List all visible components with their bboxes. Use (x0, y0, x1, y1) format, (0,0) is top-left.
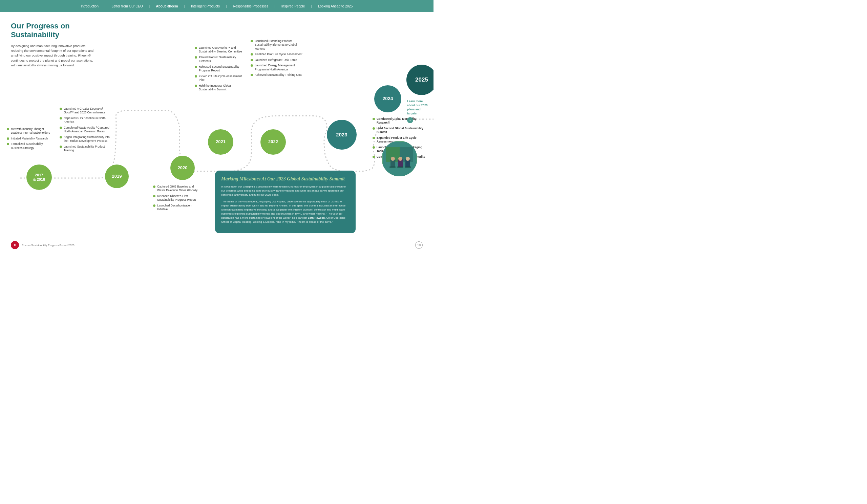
milestone-box: Marking Milestones At Our 2023 Global Su… (215, 171, 356, 233)
bullet-dot (60, 145, 62, 148)
bullet-text: Finalized Pilot Life Cycle Assessment (255, 53, 302, 56)
list-item: Finalized Pilot Life Cycle Assessment (250, 53, 303, 56)
year-2024: 2024 (374, 85, 401, 112)
list-item: Held Second Global Sustainability Summit (373, 127, 426, 134)
arrow-icon[interactable]: → (407, 117, 413, 123)
bullet-text: Launched Decarbonization Initiative (157, 204, 202, 211)
list-item: Captured GHG Baseline and Waste Diversio… (153, 185, 202, 193)
bullet-dot (250, 53, 253, 55)
bullet-dot (373, 127, 375, 130)
bullet-dot (153, 195, 156, 197)
footer-report-name: Rheem Sustainability Progress Report 202… (22, 244, 75, 247)
year-2022: 2022 (260, 129, 286, 155)
bullet-dot (60, 108, 62, 110)
nav-item-people[interactable]: Inspired People (281, 4, 305, 8)
svg-rect-13 (397, 166, 403, 167)
year-2019: 2019 (105, 164, 129, 188)
bullet-text: Continued Extending Product Sustainabili… (255, 39, 303, 51)
list-item: Launched Sustainability Product Training (60, 145, 112, 153)
bullets-2017: Met with Industry Thought Leaders/ Inter… (7, 127, 51, 152)
bullet-dot (250, 59, 253, 61)
nav-item-ahead[interactable]: Looking Ahead to 2025 (318, 4, 353, 8)
svg-rect-12 (389, 166, 396, 167)
bullet-dot (60, 117, 62, 120)
list-item: Released Second Sustainability Progress … (195, 65, 246, 73)
list-item: Piloted Product Sustainability Elements (195, 55, 246, 63)
list-item: Launched A Greater Degree of Good™ and 2… (60, 107, 112, 115)
bullet-dot (60, 136, 62, 139)
bullet-dot (250, 64, 253, 67)
bullet-text: Held the Inaugural Global Sustainability… (199, 84, 246, 92)
nav-item-introduction[interactable]: Introduction (81, 4, 98, 8)
year-2021: 2021 (208, 129, 233, 155)
bullet-text: Completed Waste Audits / Captured North … (64, 126, 112, 134)
list-item: Completed Waste Audits / Captured North … (60, 126, 112, 134)
list-item: Launched Decarbonization Initiative (153, 204, 202, 211)
list-item: Launched Refrigerant Task Force (250, 58, 303, 62)
list-item: Kicked Off Life Cycle Assessment Pilot (195, 75, 246, 82)
year-2017: 2017& 2018 (26, 164, 52, 190)
bullet-dot (60, 127, 62, 129)
bullet-text: Released Rheem's First Sustainability Pr… (157, 194, 202, 202)
svg-point-8 (398, 157, 402, 161)
bullet-text: Met with Industry Thought Leaders/ Inter… (11, 127, 51, 135)
learn-more-2025: Learn more about our 2025 plans and targ… (407, 99, 431, 123)
footer: R Rheem Sustainability Progress Report 2… (11, 241, 422, 249)
bullet-text: Launched Sustainability Product Training (64, 145, 112, 153)
bullet-dot (195, 56, 197, 58)
bullets-2022: Continued Extending Product Sustainabili… (250, 39, 303, 79)
bullets-2019: Launched A Greater Degree of Good™ and 2… (60, 107, 112, 154)
bullets-2020: Captured GHG Baseline and Waste Diversio… (153, 185, 202, 213)
nav-item-processes[interactable]: Responsible Processes (233, 4, 269, 8)
bullet-text: Initiated Materiality Research (11, 137, 48, 141)
nav-item-about[interactable]: About Rheem (156, 4, 178, 8)
list-item: Captured GHG Baseline in North America (60, 117, 112, 124)
bullet-dot (195, 85, 197, 87)
bullet-dot (7, 128, 9, 130)
bullet-dot (373, 118, 375, 120)
bullet-text: Achieved Sustainability Training Goal (255, 73, 302, 77)
list-item: Launched Energy Management Program in No… (250, 64, 303, 72)
bullet-text: Launched GoodWorks™ and Sustainability S… (199, 46, 246, 54)
bullet-text: Began Integrating Sustainability into th… (64, 135, 112, 143)
list-item: Formalized Sustainability Business Strat… (7, 142, 51, 150)
top-navigation: Introduction | Letter from Our CEO | Abo… (0, 0, 434, 12)
bullet-text: Launched Refrigerant Task Force (255, 58, 297, 62)
bullet-dot (7, 143, 9, 145)
main-content: Our Progress on Sustainability By design… (0, 12, 434, 252)
bullet-dot (250, 74, 253, 76)
bullet-dot (250, 40, 253, 42)
list-item: Released Rheem's First Sustainability Pr… (153, 194, 202, 202)
year-2023: 2023 (327, 120, 357, 150)
svg-rect-14 (405, 166, 411, 167)
bullet-text: Piloted Product Sustainability Elements (199, 55, 246, 63)
svg-point-5 (391, 157, 395, 161)
year-2020: 2020 (170, 156, 195, 180)
bullet-text: Launched A Greater Degree of Good™ and 2… (64, 107, 112, 115)
bullet-text: Released Second Sustainability Progress … (199, 65, 246, 73)
year-2025: 2025 (406, 65, 434, 95)
bullet-text: Held Second Global Sustainability Summit (377, 127, 426, 134)
bullet-text: Kicked Off Life Cycle Assessment Pilot (199, 75, 246, 82)
bullet-text: Launched Energy Management Program in No… (255, 64, 303, 72)
nav-item-ceo[interactable]: Letter from Our CEO (112, 4, 143, 8)
bullet-dot (195, 75, 197, 77)
bullet-dot (153, 186, 156, 188)
list-item: Initiated Materiality Research (7, 137, 51, 141)
milestone-para1: In November, our Enterprise Sustainabili… (221, 185, 350, 197)
bullet-dot (195, 66, 197, 68)
list-item: Began Integrating Sustainability into th… (60, 135, 112, 143)
bullet-dot (373, 156, 375, 158)
learn-more-link[interactable]: Learn more about our 2025 plans and targ… (407, 99, 431, 116)
nav-item-products[interactable]: Intelligent Products (191, 4, 220, 8)
rheem-logo: R (11, 241, 19, 249)
page-number: 10 (415, 241, 422, 249)
list-item: Continued Extending Product Sustainabili… (250, 39, 303, 51)
bullet-dot (195, 47, 197, 49)
bullets-2021: Launched GoodWorks™ and Sustainability S… (195, 46, 246, 94)
bullet-dot (7, 138, 9, 140)
footer-left: R Rheem Sustainability Progress Report 2… (11, 241, 75, 249)
list-item: Met with Industry Thought Leaders/ Inter… (7, 127, 51, 135)
bullet-dot (373, 137, 375, 139)
bullet-text: Captured GHG Baseline and Waste Diversio… (157, 185, 202, 193)
